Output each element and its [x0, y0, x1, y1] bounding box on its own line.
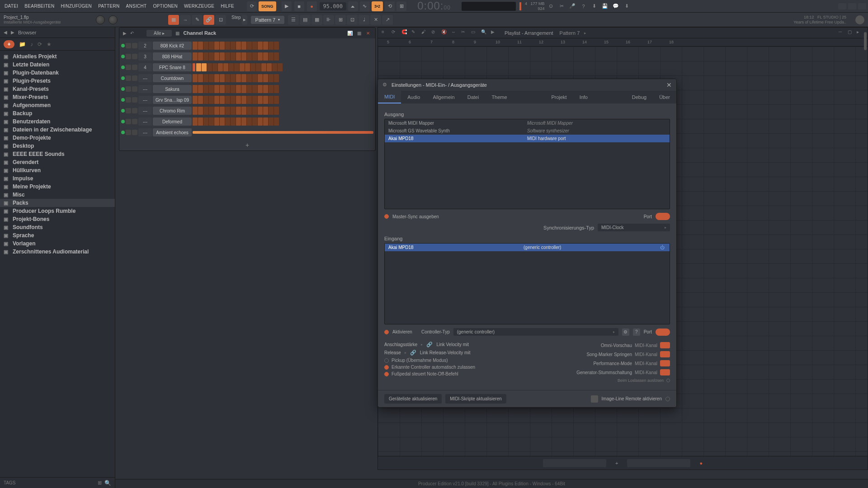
step-cell[interactable] [247, 117, 252, 126]
channel-solo[interactable] [132, 54, 137, 59]
channel-name[interactable]: FPC Snare 8 [153, 63, 192, 71]
step-cell[interactable] [241, 107, 246, 115]
step-cell[interactable] [247, 52, 252, 61]
channel-rack-header[interactable]: ▶ ↶ Alle ▸ ▦ Channel Rack 📊 ▦ ✕ [119, 28, 375, 38]
channel-number[interactable]: 3 [138, 52, 152, 61]
step-cell[interactable] [209, 52, 214, 61]
step-cell[interactable] [241, 42, 246, 50]
gen-mute-channel-field[interactable] [660, 369, 670, 375]
link-velocity-icon[interactable]: 🔗 [426, 342, 433, 347]
input-device-row[interactable]: Akai MPD18(generic controller)⏻ [385, 244, 670, 251]
step-cell[interactable] [225, 85, 230, 93]
close-button[interactable] [858, 3, 866, 9]
browser-item[interactable]: ▣Hüllkurven [0, 166, 115, 174]
channel-mute[interactable] [126, 119, 131, 124]
channel-led[interactable] [121, 87, 125, 91]
stop-button[interactable]: ■ [294, 1, 304, 11]
step-cell[interactable] [269, 85, 274, 93]
step-cell[interactable] [263, 74, 268, 82]
step-cell[interactable] [220, 107, 225, 115]
step-cell[interactable] [269, 52, 274, 61]
channel-solo[interactable] [132, 65, 137, 70]
input-device-list[interactable]: Akai MPD18(generic controller)⏻ [384, 243, 670, 324]
tab-projekt[interactable]: Projekt [545, 91, 573, 103]
step-cell[interactable] [193, 74, 198, 82]
main-pitch-knob[interactable] [108, 15, 118, 24]
channel-mute[interactable] [126, 97, 131, 103]
browser-item[interactable]: ▣Plugin-Presets [0, 77, 115, 85]
tab-debug[interactable]: Debug [626, 91, 653, 103]
step-cell[interactable] [274, 85, 279, 93]
pl-footer-box1[interactable] [543, 459, 606, 467]
fl-logo-icon[interactable] [855, 15, 864, 24]
step-cell[interactable] [220, 117, 225, 126]
browser-item[interactable]: ▣Soundfonts [0, 223, 115, 231]
refresh-devices-button[interactable]: Geräteliste aktualisieren [384, 394, 442, 404]
step-cell[interactable] [247, 85, 252, 93]
rack-play-icon[interactable]: ▶ [123, 31, 127, 36]
browser-item[interactable]: ▣Projekt-Bones [0, 215, 115, 223]
step-cell[interactable] [209, 74, 214, 82]
pattern-selector[interactable]: Pattern 7▾ [251, 16, 285, 24]
browser-item[interactable]: ▣Benutzerdaten [0, 117, 115, 126]
browser-item[interactable]: ▣Producer Loops Rumble [0, 207, 115, 215]
browser-item[interactable]: ▣Meine Projekte [0, 183, 115, 191]
browser-item[interactable]: ▣Dateien in der Zwischenablage [0, 126, 115, 134]
step-cell[interactable] [236, 74, 241, 82]
menu-ansicht[interactable]: ANSICHT [123, 2, 149, 10]
channel-number[interactable]: 4 [138, 63, 152, 71]
main-volume-knob[interactable] [96, 15, 105, 24]
browser-item[interactable]: ▣Aktuelles Projekt [0, 52, 115, 61]
channel-led[interactable] [121, 120, 125, 123]
controller-settings-icon[interactable]: ⚙ [622, 328, 629, 336]
channel-number[interactable]: 2 [138, 42, 152, 50]
step-cell[interactable] [241, 96, 246, 104]
pl-erase-icon[interactable]: ⊘ [431, 29, 439, 37]
folder-icon[interactable]: 📁 [19, 41, 26, 47]
step-cell[interactable] [214, 107, 219, 115]
channel-led[interactable] [121, 98, 125, 102]
filter-icon[interactable]: ⊞ [98, 480, 102, 486]
playlist-button[interactable]: ☰ [288, 15, 299, 25]
add-channel-button[interactable]: + [119, 140, 375, 150]
mixer-button[interactable]: ⊪ [323, 15, 334, 25]
dialog-titlebar[interactable]: ⚙ Einstellungen - MIDI-Ein- / Ausgangsge… [378, 79, 676, 91]
output-port-field[interactable] [656, 213, 670, 220]
channel-number[interactable]: --- [138, 74, 152, 82]
output-device-row[interactable]: Microsoft MIDI MapperMicrosoft MIDI Mapp… [385, 119, 670, 127]
pl-magnet-icon[interactable]: 🧲 [401, 29, 409, 37]
step-cell[interactable] [252, 117, 257, 126]
channel-mute[interactable] [126, 75, 131, 81]
channel-led[interactable] [121, 131, 125, 134]
browser-item[interactable]: ▣Aufgenommen [0, 101, 115, 109]
browser-item[interactable]: ▣Kanal-Presets [0, 85, 115, 93]
step-cell[interactable] [198, 107, 203, 115]
menu-datei[interactable]: DATEI [2, 2, 21, 10]
step-cell[interactable] [236, 85, 241, 93]
pl-arrow-icon[interactable]: ▸ [584, 31, 586, 35]
step-cell[interactable] [247, 74, 252, 82]
step-cell[interactable] [234, 63, 239, 71]
channel-mute[interactable] [126, 86, 131, 92]
close-panel-button[interactable]: ✕ [370, 15, 381, 25]
step-cell[interactable] [269, 96, 274, 104]
channel-rack-button[interactable]: ▦ [311, 15, 322, 25]
rack-step-icon[interactable]: ▦ [355, 29, 363, 37]
step-cell[interactable] [258, 52, 263, 61]
step-cell[interactable] [252, 96, 257, 104]
rack-undo-icon[interactable]: ↶ [130, 31, 134, 36]
step-cell[interactable] [252, 107, 257, 115]
pl-min-icon[interactable]: ─ [839, 29, 846, 37]
channel-name[interactable]: Ambient echoes [153, 128, 192, 136]
tab-datei[interactable]: Datei [461, 91, 486, 103]
menu-hilfe[interactable]: HILFE [218, 2, 237, 10]
step-cell[interactable] [198, 74, 203, 82]
countdown-icon[interactable]: 3•2 [372, 1, 383, 11]
pickup-checkbox[interactable] [384, 358, 389, 363]
tab-ueber[interactable]: Über [653, 91, 676, 103]
step-cell[interactable] [263, 117, 268, 126]
master-sync-radio[interactable] [384, 214, 389, 219]
channel-name[interactable]: Grv Sna…lap 09 [153, 96, 192, 104]
channel-mute[interactable] [126, 65, 131, 70]
step-cell[interactable] [193, 96, 198, 104]
